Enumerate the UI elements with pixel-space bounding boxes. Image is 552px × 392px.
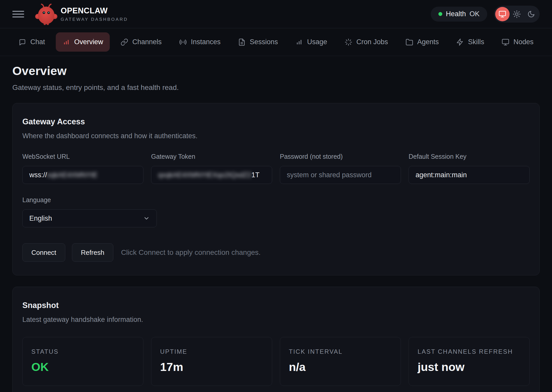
tab-label: Chat: [30, 38, 45, 46]
chevron-down-icon: [143, 215, 150, 222]
stat-value: n/a: [289, 360, 392, 374]
connect-hint: Click Connect to apply connection change…: [121, 248, 261, 257]
tab-instances[interactable]: Instances: [172, 32, 227, 52]
health-label: Health: [446, 10, 466, 18]
zap-icon: [456, 38, 464, 46]
gateway-token-field: Gateway Token qxqkAE4XMNYtEXqo2tQsdZ21T: [151, 153, 272, 184]
session-key-input[interactable]: [409, 166, 530, 184]
websocket-url-field: WebSocket URL wss://xqkAE4XMNYtE: [22, 153, 143, 184]
connect-button[interactable]: Connect: [22, 243, 65, 262]
gateway-token-redacted: qxqkAE4XMNYtEXqo2tQsdZ2: [158, 171, 251, 179]
tab-chat[interactable]: Chat: [12, 32, 52, 52]
websocket-url-input[interactable]: wss://xqkAE4XMNYtE: [22, 166, 143, 184]
theme-switcher: [494, 6, 540, 23]
usage-bars-icon: [295, 38, 303, 46]
stat-value: OK: [31, 360, 134, 374]
bar-chart-icon: [62, 38, 70, 46]
language-label: Language: [22, 196, 157, 204]
tab-label: Agents: [417, 38, 439, 46]
language-field: Language English: [22, 196, 157, 227]
health-status: OK: [470, 10, 480, 18]
stat-value: just now: [418, 360, 521, 374]
tab-label: Channels: [132, 38, 162, 46]
stat-label: STATUS: [31, 348, 134, 355]
sun-icon: [513, 10, 521, 18]
password-label: Password (not stored): [280, 153, 401, 160]
main-nav: Chat Overview Channels Instances Session…: [0, 28, 552, 56]
stat-uptime: UPTIME 17m: [151, 337, 272, 386]
gateway-token-suffix: 1T: [251, 171, 260, 179]
moon-icon: [527, 10, 535, 18]
tab-label: Usage: [307, 38, 327, 46]
tab-skills[interactable]: Skills: [449, 32, 491, 52]
theme-system-button[interactable]: [495, 7, 510, 21]
app-title: OPENCLAW: [61, 6, 128, 15]
refresh-button[interactable]: Refresh: [72, 243, 113, 262]
card-title: Snapshot: [22, 301, 530, 310]
snapshot-card: Snapshot Latest gateway handshake inform…: [12, 287, 540, 392]
health-badge: Health OK: [431, 7, 487, 22]
password-field: Password (not stored): [280, 153, 401, 184]
health-dot: [438, 12, 442, 16]
file-text-icon: [238, 38, 246, 46]
brand-block: OPENCLAW GATEWAY DASHBOARD: [61, 6, 128, 22]
tab-agents[interactable]: Agents: [399, 32, 446, 52]
tab-usage[interactable]: Usage: [289, 32, 334, 52]
stat-label: TICK INTERVAL: [289, 348, 392, 355]
websocket-url-redacted: xqkAE4XMNYtE: [47, 171, 98, 179]
chat-icon: [19, 38, 26, 46]
tab-cron-jobs[interactable]: Cron Jobs: [338, 32, 395, 52]
password-input[interactable]: [280, 166, 401, 184]
card-subtitle: Latest gateway handshake information.: [22, 316, 530, 324]
tab-label: Skills: [468, 38, 484, 46]
tab-nodes[interactable]: Nodes: [495, 32, 540, 52]
stat-status: STATUS OK: [22, 337, 143, 386]
tab-channels[interactable]: Channels: [114, 32, 168, 52]
gateway-access-card: Gateway Access Where the dashboard conne…: [12, 103, 540, 275]
menu-icon[interactable]: [12, 10, 24, 18]
theme-dark-button[interactable]: [524, 7, 538, 21]
tab-label: Sessions: [250, 38, 278, 46]
theme-light-button[interactable]: [510, 7, 524, 21]
tab-label: Nodes: [513, 38, 533, 46]
tab-label: Overview: [74, 38, 103, 46]
websocket-url-prefix: wss://: [29, 171, 47, 179]
websocket-url-label: WebSocket URL: [22, 153, 143, 160]
stat-value: 17m: [160, 360, 263, 374]
page-subtitle: Gateway status, entry points, and a fast…: [12, 83, 540, 92]
stat-tick-interval: TICK INTERVAL n/a: [280, 337, 401, 386]
stat-label: LAST CHANNELS REFRESH: [418, 348, 521, 355]
session-key-field: Default Session Key: [409, 153, 530, 184]
tab-sessions[interactable]: Sessions: [231, 32, 285, 52]
mascot-logo: [34, 2, 58, 26]
monitor-icon: [499, 10, 506, 18]
tab-overview[interactable]: Overview: [56, 32, 110, 52]
loader-icon: [345, 38, 352, 46]
broadcast-icon: [179, 38, 187, 46]
folder-icon: [406, 38, 413, 46]
gateway-token-input[interactable]: qxqkAE4XMNYtEXqo2tQsdZ21T: [151, 166, 272, 184]
card-subtitle: Where the dashboard connects and how it …: [22, 132, 530, 140]
app-subtitle: GATEWAY DASHBOARD: [61, 17, 128, 22]
page-title: Overview: [12, 64, 540, 78]
card-title: Gateway Access: [22, 117, 530, 126]
monitor-icon: [502, 38, 509, 46]
tab-label: Instances: [191, 38, 221, 46]
app-header: OPENCLAW GATEWAY DASHBOARD Health OK: [0, 0, 552, 28]
stat-last-channels-refresh: LAST CHANNELS REFRESH just now: [409, 337, 530, 386]
language-value: English: [29, 214, 52, 222]
session-key-label: Default Session Key: [409, 153, 530, 160]
link-icon: [121, 38, 128, 46]
tab-label: Cron Jobs: [356, 38, 388, 46]
language-select[interactable]: English: [22, 209, 157, 227]
stat-label: UPTIME: [160, 348, 263, 355]
gateway-token-label: Gateway Token: [151, 153, 272, 160]
